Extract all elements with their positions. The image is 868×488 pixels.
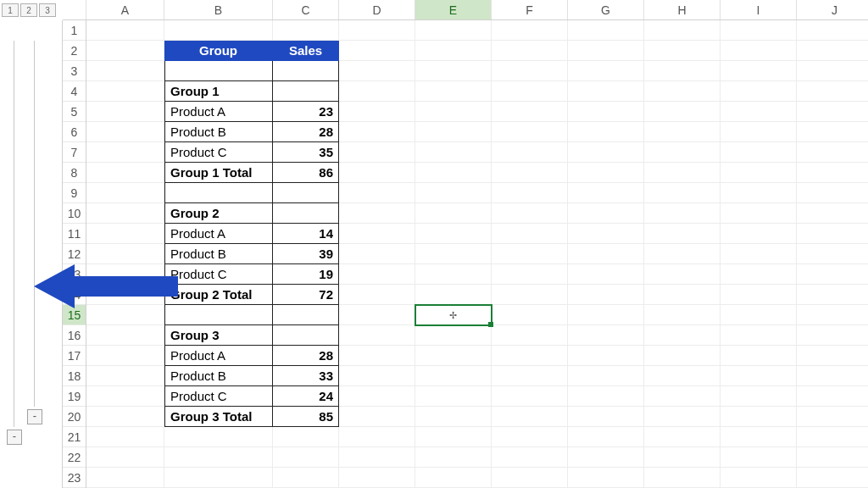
column-header-H[interactable]: H [644, 0, 721, 19]
cell-H21[interactable] [644, 427, 721, 447]
cell-A4[interactable] [86, 81, 164, 102]
column-header-B[interactable]: B [164, 0, 273, 19]
cell-D15[interactable] [339, 305, 415, 325]
cell-F11[interactable] [492, 224, 568, 244]
cell-E20[interactable] [415, 407, 492, 427]
cell-D18[interactable] [339, 366, 415, 386]
cell-I19[interactable] [721, 386, 797, 407]
cell-G3[interactable] [568, 61, 644, 81]
cell-A8[interactable] [86, 163, 164, 183]
outline-collapse-button[interactable]: - [27, 409, 42, 424]
row-header-14[interactable]: 14 [63, 285, 86, 305]
cell-J14[interactable] [797, 285, 868, 305]
cell-J6[interactable] [797, 122, 868, 142]
cell-I20[interactable] [721, 407, 797, 427]
cell-A12[interactable] [86, 244, 164, 264]
cell-I2[interactable] [721, 41, 797, 61]
cell-F1[interactable] [492, 20, 568, 41]
cell-F18[interactable] [492, 366, 568, 386]
cell-I10[interactable] [721, 203, 797, 224]
cell-A11[interactable] [86, 224, 164, 244]
row-header-18[interactable]: 18 [63, 366, 86, 386]
cell-I22[interactable] [721, 447, 797, 468]
cell-H7[interactable] [644, 142, 721, 163]
cell-H5[interactable] [644, 102, 721, 122]
select-all-corner[interactable] [63, 0, 86, 19]
cell-I21[interactable] [721, 427, 797, 447]
cell-G23[interactable] [568, 468, 644, 488]
cell-H9[interactable] [644, 183, 721, 203]
cell-J21[interactable] [797, 427, 868, 447]
cell-B21[interactable] [164, 427, 273, 447]
row-header-4[interactable]: 4 [63, 81, 86, 102]
cell-F16[interactable] [492, 325, 568, 346]
cell-A1[interactable] [86, 20, 164, 41]
cell-G20[interactable] [568, 407, 644, 427]
cell-H19[interactable] [644, 386, 721, 407]
cell-B13[interactable]: Product C [164, 264, 273, 285]
cell-G8[interactable] [568, 163, 644, 183]
cell-I6[interactable] [721, 122, 797, 142]
cell-F23[interactable] [492, 468, 568, 488]
cell-E3[interactable] [415, 61, 492, 81]
cell-E22[interactable] [415, 447, 492, 468]
cell-A21[interactable] [86, 427, 164, 447]
outline-collapse-button[interactable]: - [7, 430, 22, 445]
cell-A2[interactable] [86, 41, 164, 61]
cell-F3[interactable] [492, 61, 568, 81]
cell-I5[interactable] [721, 102, 797, 122]
cell-E11[interactable] [415, 224, 492, 244]
cell-D12[interactable] [339, 244, 415, 264]
cell-G21[interactable] [568, 427, 644, 447]
cell-J18[interactable] [797, 366, 868, 386]
cell-B16[interactable]: Group 3 [164, 325, 273, 346]
cell-J15[interactable] [797, 305, 868, 325]
cell-C5[interactable]: 23 [273, 102, 339, 122]
column-header-E[interactable]: E [415, 0, 492, 19]
cell-B18[interactable]: Product B [164, 366, 273, 386]
cell-B8[interactable]: Group 1 Total [164, 163, 273, 183]
cell-B19[interactable]: Product C [164, 386, 273, 407]
row-header-23[interactable]: 23 [63, 468, 86, 488]
cell-A6[interactable] [86, 122, 164, 142]
cell-G1[interactable] [568, 20, 644, 41]
row-header-5[interactable]: 5 [63, 102, 86, 122]
row-header-15[interactable]: 15 [63, 305, 86, 325]
cell-E1[interactable] [415, 20, 492, 41]
cell-E19[interactable] [415, 386, 492, 407]
cell-J23[interactable] [797, 468, 868, 488]
cell-B20[interactable]: Group 3 Total [164, 407, 273, 427]
cell-H15[interactable] [644, 305, 721, 325]
cell-E15[interactable]: ✢ [415, 305, 492, 325]
cell-A23[interactable] [86, 468, 164, 488]
cell-I14[interactable] [721, 285, 797, 305]
column-header-J[interactable]: J [797, 0, 868, 19]
cell-F17[interactable] [492, 346, 568, 366]
cell-C3[interactable] [273, 61, 339, 81]
cell-B5[interactable]: Product A [164, 102, 273, 122]
cell-H23[interactable] [644, 468, 721, 488]
cell-A17[interactable] [86, 346, 164, 366]
cell-A10[interactable] [86, 203, 164, 224]
column-header-A[interactable]: A [86, 0, 164, 19]
row-header-16[interactable]: 16 [63, 325, 86, 346]
cell-E6[interactable] [415, 122, 492, 142]
cell-C7[interactable]: 35 [273, 142, 339, 163]
cell-E2[interactable] [415, 41, 492, 61]
cell-B10[interactable]: Group 2 [164, 203, 273, 224]
cell-I1[interactable] [721, 20, 797, 41]
cell-E13[interactable] [415, 264, 492, 285]
cell-D9[interactable] [339, 183, 415, 203]
row-header-11[interactable]: 11 [63, 224, 86, 244]
cell-B3[interactable] [164, 61, 273, 81]
cell-D14[interactable] [339, 285, 415, 305]
cell-C22[interactable] [273, 447, 339, 468]
cell-I12[interactable] [721, 244, 797, 264]
row-header-2[interactable]: 2 [63, 41, 86, 61]
cell-G16[interactable] [568, 325, 644, 346]
cell-B12[interactable]: Product B [164, 244, 273, 264]
cell-F19[interactable] [492, 386, 568, 407]
cell-F15[interactable] [492, 305, 568, 325]
cell-H17[interactable] [644, 346, 721, 366]
cell-C4[interactable] [273, 81, 339, 102]
